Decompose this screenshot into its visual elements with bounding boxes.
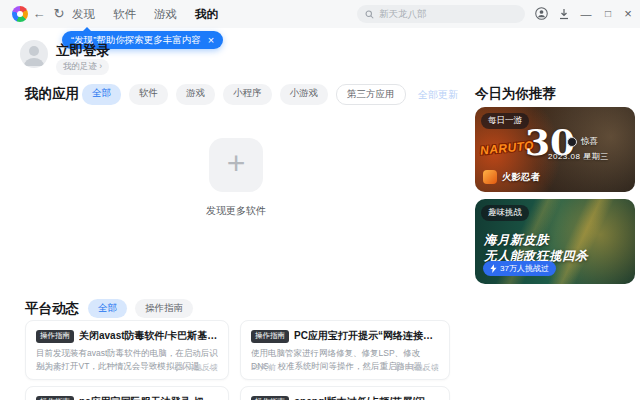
feedback-link[interactable]: 问题反馈 — [396, 362, 439, 373]
challenge-stat-label: 37万人挑战过 — [500, 263, 549, 274]
news-card[interactable]: 操作指南 opengl版本过低/卡顿/花屏/闪退，升级显卡驱动… — [240, 386, 450, 400]
day-tag-icon — [567, 137, 577, 147]
daily-game-card[interactable]: 每日一游 NARUTO 30 惊喜 2023.08 星期三 火影忍者 — [475, 107, 635, 192]
challenge-line1: 海月新皮肤 — [484, 232, 549, 249]
discover-more-label[interactable]: 发现更多软件 — [171, 204, 301, 218]
feedback-icon — [175, 364, 183, 372]
news-card[interactable]: 操作指南 关闭avast防毒软件/卡巴斯基减少卡顿现象 目前发现装有avast防… — [25, 320, 229, 380]
main-nav: 发现 软件 游戏 我的 — [72, 0, 218, 28]
titlebar: ← ↻ 发现 软件 游戏 我的 新天龙八部 — □ × — [0, 0, 640, 28]
guide-tag: 操作指南 — [251, 396, 289, 400]
daily-game-badge: 每日一游 — [481, 113, 529, 129]
feed-tabs: 全部 操作指南 — [88, 299, 193, 318]
feedback-icon — [396, 364, 404, 372]
challenge-card[interactable]: 趣味挑战 海月新皮肤 无人能敌狂揽四杀 37万人挑战过 — [475, 199, 635, 284]
news-time: 26天前 — [36, 362, 61, 373]
add-software-tile[interactable]: + — [209, 138, 263, 192]
news-title: PC应用宝打开提示“网络连接错误” — [294, 329, 439, 343]
news-footer: 29天前 问题反馈 — [251, 362, 439, 373]
maximize-button[interactable]: □ — [598, 0, 618, 28]
calendar-date: 2023.08 星期三 — [548, 151, 609, 162]
plus-icon: + — [227, 145, 246, 182]
challenge-stat-pill: 37万人挑战过 — [483, 261, 556, 276]
refresh-icon[interactable]: ↻ — [50, 0, 68, 28]
news-title: pc应用宝国际服无法登录 切换DNS服务器… — [79, 395, 218, 400]
myapps-filter-tabs: 全部 软件 游戏 小程序 小游戏 第三方应用 — [82, 84, 406, 105]
search-input[interactable]: 新天龙八部 — [357, 5, 525, 23]
avatar[interactable] — [20, 40, 48, 68]
nav-tab-mine[interactable]: 我的 — [195, 7, 218, 22]
nav-tab-discover[interactable]: 发现 — [72, 7, 95, 22]
update-all-button[interactable]: 全部更新 — [418, 88, 458, 102]
feed-title: 平台动态 — [25, 300, 79, 318]
news-time: 29天前 — [251, 362, 276, 373]
feed-tab-all[interactable]: 全部 — [88, 299, 127, 318]
tooltip-close-icon[interactable]: × — [208, 35, 214, 46]
account-icon[interactable] — [531, 0, 551, 28]
minimize-button[interactable]: — — [576, 0, 596, 28]
game-row: 火影忍者 — [483, 170, 540, 184]
nav-tab-games[interactable]: 游戏 — [154, 7, 177, 22]
app-window: ← ↻ 发现 软件 游戏 我的 新天龙八部 — □ × “发现”帮助你探索更多丰… — [0, 0, 640, 400]
back-icon[interactable]: ← — [30, 0, 48, 28]
search-icon — [365, 10, 374, 19]
challenge-badge: 趣味挑战 — [481, 205, 529, 221]
tab-miniprograms[interactable]: 小程序 — [223, 84, 272, 105]
guide-tag: 操作指南 — [36, 330, 74, 343]
day-tag: 惊喜 — [567, 136, 598, 148]
tab-games[interactable]: 游戏 — [176, 84, 215, 105]
guide-tag: 操作指南 — [36, 396, 74, 400]
news-card[interactable]: 操作指南 PC应用宝打开提示“网络连接错误” 使用电脑管家进行网络修复、修复LS… — [240, 320, 450, 380]
tab-all[interactable]: 全部 — [82, 84, 121, 105]
myapps-title: 我的应用 — [25, 85, 79, 103]
recommend-title: 今日为你推荐 — [475, 85, 556, 103]
close-button[interactable]: × — [618, 0, 638, 28]
guide-tag: 操作指南 — [251, 330, 289, 343]
feedback-link[interactable]: 问题反馈 — [175, 362, 218, 373]
my-footprints-link[interactable]: 我的足迹 › — [56, 59, 109, 75]
login-now-button[interactable]: 立即登录 — [56, 42, 110, 60]
user-silhouette-icon — [20, 40, 48, 68]
app-logo-icon — [12, 6, 28, 22]
day-tag-label: 惊喜 — [581, 136, 598, 148]
game-name: 火影忍者 — [502, 171, 540, 184]
news-card[interactable]: 操作指南 pc应用宝国际服无法登录 切换DNS服务器… — [25, 386, 229, 400]
feed-tab-guides[interactable]: 操作指南 — [135, 299, 193, 318]
game-icon — [483, 170, 497, 184]
news-title: 关闭avast防毒软件/卡巴斯基减少卡顿现象 — [79, 329, 218, 343]
news-title: opengl版本过低/卡顿/花屏/闪退，升级显卡驱动… — [294, 395, 439, 400]
news-footer: 26天前 问题反馈 — [36, 362, 218, 373]
tab-software[interactable]: 软件 — [129, 84, 168, 105]
search-placeholder: 新天龙八部 — [379, 8, 427, 21]
downloads-icon[interactable] — [554, 0, 574, 28]
nav-tab-software[interactable]: 软件 — [113, 7, 136, 22]
tab-thirdparty[interactable]: 第三方应用 — [336, 84, 406, 105]
tab-minigames[interactable]: 小游戏 — [280, 84, 329, 105]
lightning-icon — [490, 264, 497, 273]
